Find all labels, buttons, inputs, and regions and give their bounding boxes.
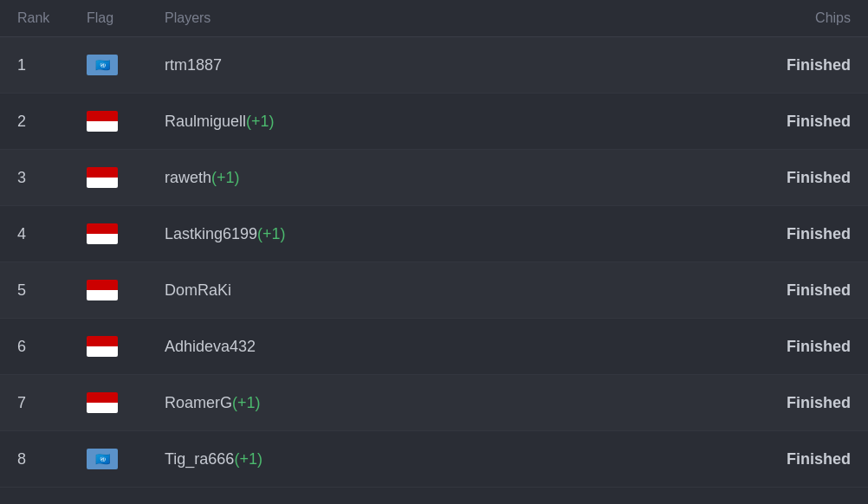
svg-rect-11 <box>87 403 118 413</box>
indonesia-flag-icon <box>87 167 118 188</box>
chips-cell: Finished <box>712 394 851 412</box>
player-name-cell: rtm1887 <box>165 56 712 74</box>
player-name-cell: raweth(+1) <box>165 169 712 187</box>
flag-cell <box>87 223 165 244</box>
indonesia-flag-icon <box>87 280 118 300</box>
player-name-cell: RoamerG(+1) <box>165 394 712 412</box>
table-row[interactable]: 5 DomRaKiFinished <box>0 262 868 319</box>
indonesia-flag-icon <box>87 223 118 244</box>
chips-cell: Finished <box>712 450 851 468</box>
player-bonus: (+1) <box>246 113 275 130</box>
player-bonus: (+1) <box>257 225 286 242</box>
table-row[interactable]: 6 Adhideva432Finished <box>0 319 868 375</box>
chips-cell: Finished <box>712 338 851 356</box>
table-row[interactable]: 4 Lastking6199(+1)Finished <box>0 206 868 262</box>
chips-cell: Finished <box>712 225 851 243</box>
rank-cell: 6 <box>17 338 87 356</box>
player-name: Raulmiguell <box>165 113 246 130</box>
svg-rect-5 <box>87 234 118 244</box>
svg-rect-7 <box>87 290 118 300</box>
rank-cell: 4 <box>17 225 87 243</box>
svg-rect-9 <box>87 346 118 357</box>
player-name: Tig_ra666 <box>165 450 234 468</box>
player-name: Lastking6199 <box>165 225 257 242</box>
chips-header: Chips <box>712 10 851 26</box>
rank-cell: 2 <box>17 113 87 131</box>
rank-cell: 3 <box>17 169 87 187</box>
svg-rect-0 <box>87 111 118 121</box>
table-body: 1🇺🇳rtm1887Finished2 Raulmiguell(+1)Finis… <box>0 37 868 488</box>
flag-cell <box>87 111 165 132</box>
indonesia-flag-icon <box>87 336 118 357</box>
player-name: rtm1887 <box>165 56 222 74</box>
chips-cell: Finished <box>712 56 851 74</box>
player-name: raweth <box>165 169 211 186</box>
un-flag-icon: 🇺🇳 <box>87 449 118 469</box>
player-name: RoamerG <box>165 394 232 411</box>
chips-cell: Finished <box>712 281 851 300</box>
rank-cell: 8 <box>17 450 87 468</box>
player-name-cell: Tig_ra666(+1) <box>165 450 712 468</box>
player-name-cell: Lastking6199(+1) <box>165 225 712 243</box>
player-name-cell: Raulmiguell(+1) <box>165 113 712 131</box>
flag-cell <box>87 280 165 300</box>
un-flag-icon: 🇺🇳 <box>87 55 118 75</box>
flag-cell <box>87 336 165 357</box>
table-row[interactable]: 3 raweth(+1)Finished <box>0 150 868 206</box>
table-header: Rank Flag Players Chips <box>0 0 868 37</box>
table-row[interactable]: 8🇺🇳Tig_ra666(+1)Finished <box>0 431 868 488</box>
player-name: DomRaKi <box>165 281 231 299</box>
player-name-cell: DomRaKi <box>165 281 712 300</box>
table-row[interactable]: 2 Raulmiguell(+1)Finished <box>0 94 868 150</box>
players-header: Players <box>165 10 712 26</box>
flag-cell: 🇺🇳 <box>87 55 165 75</box>
flag-cell <box>87 392 165 413</box>
rank-cell: 7 <box>17 394 87 412</box>
flag-cell <box>87 167 165 188</box>
leaderboard-table: Rank Flag Players Chips 1🇺🇳rtm1887Finish… <box>0 0 868 488</box>
table-row[interactable]: 1🇺🇳rtm1887Finished <box>0 37 868 94</box>
indonesia-flag-icon <box>87 392 118 413</box>
flag-header: Flag <box>87 10 165 26</box>
player-bonus: (+1) <box>211 169 240 186</box>
svg-rect-2 <box>87 167 118 178</box>
svg-rect-6 <box>87 280 118 290</box>
chips-cell: Finished <box>712 113 851 131</box>
rank-cell: 5 <box>17 281 87 300</box>
player-name: Adhideva432 <box>165 338 256 355</box>
player-bonus: (+1) <box>234 450 262 468</box>
table-row[interactable]: 7 RoamerG(+1)Finished <box>0 375 868 431</box>
svg-rect-4 <box>87 223 118 234</box>
svg-rect-3 <box>87 178 118 188</box>
player-bonus: (+1) <box>232 394 261 411</box>
player-name-cell: Adhideva432 <box>165 338 712 356</box>
chips-cell: Finished <box>712 169 851 187</box>
rank-cell: 1 <box>17 56 87 74</box>
flag-cell: 🇺🇳 <box>87 449 165 469</box>
svg-rect-8 <box>87 336 118 346</box>
rank-header: Rank <box>17 10 87 26</box>
indonesia-flag-icon <box>87 111 118 132</box>
svg-rect-1 <box>87 121 118 132</box>
svg-rect-10 <box>87 392 118 403</box>
